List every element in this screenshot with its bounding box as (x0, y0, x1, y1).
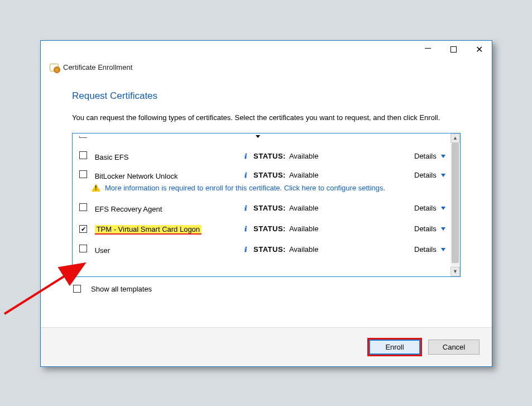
status-label: STATUS: (253, 152, 286, 160)
show-all-templates-row: Show all templates (73, 285, 461, 293)
checkbox-user[interactable] (79, 245, 87, 252)
section-heading: Request Certificates (72, 90, 461, 102)
template-name: User (95, 246, 110, 255)
scrollbar-track[interactable] (450, 143, 460, 267)
status-value: Available (289, 152, 319, 160)
titlebar: ✕ (41, 41, 492, 61)
scroll-up-button[interactable]: ▲ (450, 133, 460, 143)
window-title: Certificate Enrollment (63, 63, 132, 71)
certificate-enrollment-dialog: ✕ Certificate Enrollment Request Certifi… (40, 40, 492, 367)
details-toggle[interactable]: Details (414, 204, 445, 212)
template-row-basic-efs[interactable]: Basic EFS i STATUS: Available Details (73, 146, 450, 167)
chevron-down-icon (441, 155, 445, 158)
checkbox-show-all-templates[interactable] (73, 285, 81, 293)
info-icon: i (241, 171, 250, 180)
enroll-button[interactable]: Enroll (369, 340, 420, 355)
chevron-down-icon (441, 207, 445, 210)
scroll-down-button[interactable]: ▼ (450, 267, 460, 276)
details-toggle[interactable]: Details (414, 152, 445, 160)
template-list: ▲ ▼ Basic EFS i STATUS: (72, 133, 461, 277)
chevron-down-icon (441, 248, 445, 251)
details-toggle[interactable]: Details (414, 245, 445, 254)
checkbox-basic-efs[interactable] (79, 151, 87, 159)
chevron-down-icon (441, 174, 445, 177)
template-row-tpm-smart-card[interactable]: TPM - Virtual Smart Card Logon i STATUS:… (73, 219, 450, 239)
status-label: STATUS: (253, 225, 286, 233)
checkbox-tpm-smart-card[interactable] (79, 225, 87, 233)
template-name: TPM - Virtual Smart Card Logon (95, 225, 202, 233)
configure-settings-link[interactable]: More information is required to enroll f… (105, 184, 385, 192)
maximize-button[interactable] (440, 41, 466, 58)
template-row-efs-recovery[interactable]: EFS Recovery Agent i STATUS: Available D… (73, 198, 450, 219)
partial-row-above (79, 135, 273, 138)
status-value: Available (289, 245, 319, 254)
template-row-user[interactable]: User i STATUS: Available Details (73, 239, 450, 260)
intro-text: You can request the following types of c… (72, 113, 461, 123)
chevron-down-icon (441, 227, 445, 231)
checkbox-bitlocker[interactable] (79, 170, 87, 178)
info-icon: i (241, 225, 250, 233)
status-label: STATUS: (253, 171, 286, 179)
warning-icon (92, 184, 100, 192)
info-icon: i (241, 245, 250, 254)
status-value: Available (289, 225, 319, 233)
status-label: STATUS: (253, 245, 286, 254)
scrollbar-thumb[interactable] (452, 143, 459, 263)
template-row-bitlocker[interactable]: BitLocker Network Unlock i STATUS: Avail… (73, 167, 450, 184)
checkbox-efs-recovery[interactable] (79, 203, 87, 211)
details-toggle[interactable]: Details (414, 171, 445, 179)
cancel-button[interactable]: Cancel (428, 340, 480, 355)
details-toggle[interactable]: Details (414, 225, 445, 233)
close-button[interactable]: ✕ (466, 41, 492, 58)
info-icon: i (241, 152, 250, 161)
status-value: Available (289, 171, 319, 179)
template-name: EFS Recovery Agent (95, 205, 162, 213)
info-icon: i (241, 204, 250, 213)
minimize-button[interactable] (415, 41, 440, 58)
bitlocker-warning-row: More information is required to enroll f… (73, 184, 450, 198)
status-value: Available (289, 204, 319, 212)
template-name: Basic EFS (95, 153, 129, 161)
dialog-footer: Enroll Cancel (41, 327, 492, 366)
certificate-icon (50, 64, 59, 71)
status-label: STATUS: (253, 204, 286, 212)
template-name: BitLocker Network Unlock (95, 172, 178, 180)
show-all-label: Show all templates (91, 285, 152, 293)
